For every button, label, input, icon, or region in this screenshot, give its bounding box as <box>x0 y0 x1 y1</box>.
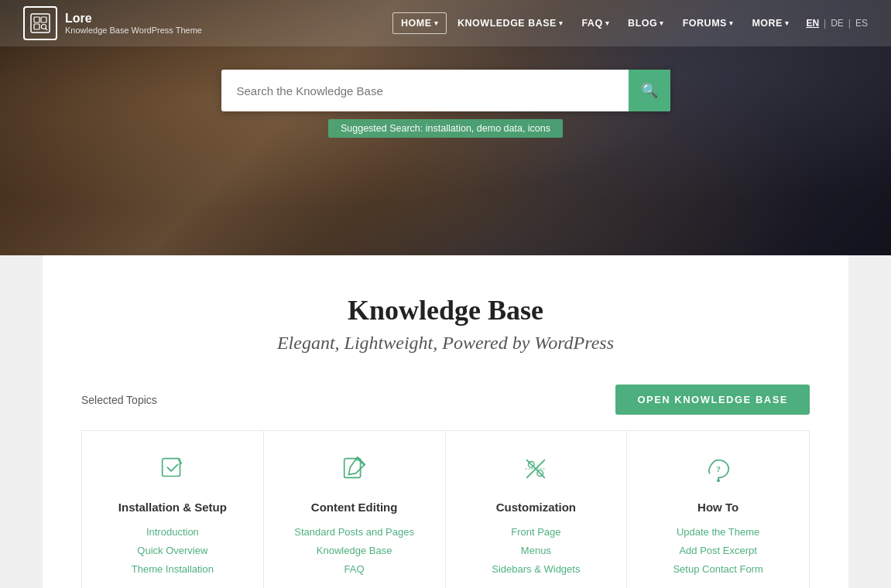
list-item: Sidebars & Widgets <box>461 562 612 576</box>
list-item: Setup Contact Form <box>643 562 793 576</box>
link-standard-posts[interactable]: Standard Posts and Pages <box>294 526 414 538</box>
list-item: Introduction <box>98 525 248 538</box>
nav-item-more[interactable]: MORE ▾ <box>744 13 797 33</box>
main-content: Knowledge Base Elegant, Lightweight, Pow… <box>43 255 848 588</box>
svg-rect-3 <box>34 24 39 29</box>
topic-links-installation: Introduction Quick Overview Theme Instal… <box>98 525 248 576</box>
list-item: Menus <box>461 543 612 557</box>
topic-links-customization: Front Page Menus Sidebars & Widgets <box>461 525 612 576</box>
navbar: Lore Knowledge Base WordPress Theme HOME… <box>0 0 891 46</box>
list-item: FAQ <box>279 562 430 576</box>
topics-grid: Installation & Setup Introduction Quick … <box>81 430 810 588</box>
nav-item-kb[interactable]: KNOWLEDGE BASE ▾ <box>450 13 571 33</box>
logo-icon <box>23 6 57 40</box>
link-theme-installation[interactable]: Theme Installation <box>132 563 214 575</box>
howto-icon: ? <box>643 454 793 490</box>
link-menus[interactable]: Menus <box>521 545 551 556</box>
logo-text: Lore Knowledge Base WordPress Theme <box>65 11 202 36</box>
lang-separator: | <box>824 18 826 29</box>
list-item: Knowledge Base <box>279 543 430 557</box>
setup-icon <box>98 454 248 490</box>
open-knowledge-base-button[interactable]: OPEN KNOWLEDGE BASE <box>615 385 810 415</box>
link-faq[interactable]: FAQ <box>344 563 365 575</box>
link-setup-contact-form[interactable]: Setup Contact Form <box>673 563 762 575</box>
topics-label: Selected Topics <box>81 394 157 406</box>
topic-name-content-editing: Content Editing <box>279 501 430 514</box>
nav-link-faq[interactable]: FAQ ▾ <box>574 13 617 33</box>
nav-item-faq[interactable]: FAQ ▾ <box>574 13 617 33</box>
list-item: Add Post Excerpt <box>643 543 793 557</box>
logo-title: Lore <box>65 11 202 26</box>
topic-links-content-editing: Standard Posts and Pages Knowledge Base … <box>279 525 430 576</box>
section-header: Knowledge Base Elegant, Lightweight, Pow… <box>81 294 810 354</box>
topic-card-customization: Customization Front Page Menus Sidebars … <box>446 431 628 588</box>
nav-item-forums[interactable]: FORUMS ▾ <box>675 13 742 33</box>
language-switcher: EN | DE | ES <box>806 18 868 29</box>
search-box: 🔍 <box>221 70 670 111</box>
svg-line-5 <box>46 29 48 31</box>
chevron-down-icon: ▾ <box>605 19 610 27</box>
topic-name-howto: How To <box>643 501 793 514</box>
topic-links-howto: Update the Theme Add Post Excerpt Setup … <box>643 525 793 576</box>
link-introduction[interactable]: Introduction <box>146 526 199 538</box>
list-item: Quick Overview <box>98 543 248 557</box>
link-front-page[interactable]: Front Page <box>511 526 560 538</box>
topic-card-installation: Installation & Setup Introduction Quick … <box>82 431 264 588</box>
list-item: Standard Posts and Pages <box>279 525 430 538</box>
link-quick-overview[interactable]: Quick Overview <box>137 545 207 556</box>
page-title: Knowledge Base <box>81 294 810 326</box>
customize-icon <box>461 454 612 490</box>
nav-item-home[interactable]: HOME ▾ <box>392 12 447 34</box>
svg-rect-7 <box>344 459 360 478</box>
list-item: Front Page <box>461 525 612 538</box>
topic-card-content-editing: Content Editing Standard Posts and Pages… <box>264 431 446 588</box>
chevron-down-icon: ▾ <box>729 19 734 27</box>
suggested-search-bar: Suggested Search: installation, demo dat… <box>328 119 563 138</box>
search-icon: 🔍 <box>641 82 658 99</box>
chevron-down-icon: ▾ <box>660 19 664 27</box>
link-add-post-excerpt[interactable]: Add Post Excerpt <box>679 545 756 556</box>
chevron-down-icon: ▾ <box>434 19 439 27</box>
nav-link-forums[interactable]: FORUMS ▾ <box>675 13 742 33</box>
nav-link-home[interactable]: HOME ▾ <box>392 12 447 34</box>
chevron-down-icon: ▾ <box>559 19 564 27</box>
search-input[interactable] <box>221 84 629 97</box>
topics-bar: Selected Topics OPEN KNOWLEDGE BASE <box>81 385 810 415</box>
suggested-link-demo[interactable]: demo data <box>477 123 523 134</box>
logo-area: Lore Knowledge Base WordPress Theme <box>23 6 202 40</box>
chevron-down-icon: ▾ <box>785 19 790 27</box>
nav-link-blog[interactable]: BLOG ▾ <box>620 13 672 33</box>
nav-link-kb[interactable]: KNOWLEDGE BASE ▾ <box>450 13 571 33</box>
topic-name-installation: Installation & Setup <box>98 501 248 514</box>
list-item: Theme Installation <box>98 562 248 576</box>
nav-link-more[interactable]: MORE ▾ <box>744 13 797 33</box>
svg-text:?: ? <box>716 464 721 473</box>
list-item: Update the Theme <box>643 525 793 538</box>
nav-menu: HOME ▾ KNOWLEDGE BASE ▾ FAQ ▾ BLOG <box>392 12 797 34</box>
svg-rect-1 <box>34 17 39 22</box>
topic-card-howto: ? How To Update the Theme Add Post Excer… <box>627 431 809 588</box>
lang-de[interactable]: DE <box>831 18 844 29</box>
suggested-link-icons[interactable]: icons <box>528 123 550 134</box>
nav-item-blog[interactable]: BLOG ▾ <box>620 13 672 33</box>
hero-section: Lore Knowledge Base WordPress Theme HOME… <box>0 0 891 255</box>
topic-name-customization: Customization <box>461 501 612 514</box>
logo-subtitle: Knowledge Base WordPress Theme <box>65 26 202 36</box>
svg-rect-2 <box>41 17 46 22</box>
svg-rect-6 <box>163 459 180 477</box>
lang-es[interactable]: ES <box>855 18 868 29</box>
edit-icon <box>279 454 430 490</box>
lang-separator2: | <box>848 18 851 29</box>
link-sidebars-widgets[interactable]: Sidebars & Widgets <box>492 563 580 575</box>
suggested-label: Suggested Search: <box>341 123 423 134</box>
suggested-link-installation[interactable]: installation <box>426 123 471 134</box>
svg-point-12 <box>717 479 720 482</box>
page-subtitle: Elegant, Lightweight, Powered by WordPre… <box>81 333 810 354</box>
search-button[interactable]: 🔍 <box>629 70 670 111</box>
link-update-theme[interactable]: Update the Theme <box>677 526 759 538</box>
lang-en[interactable]: EN <box>806 18 819 29</box>
link-knowledge-base[interactable]: Knowledge Base <box>317 545 392 556</box>
